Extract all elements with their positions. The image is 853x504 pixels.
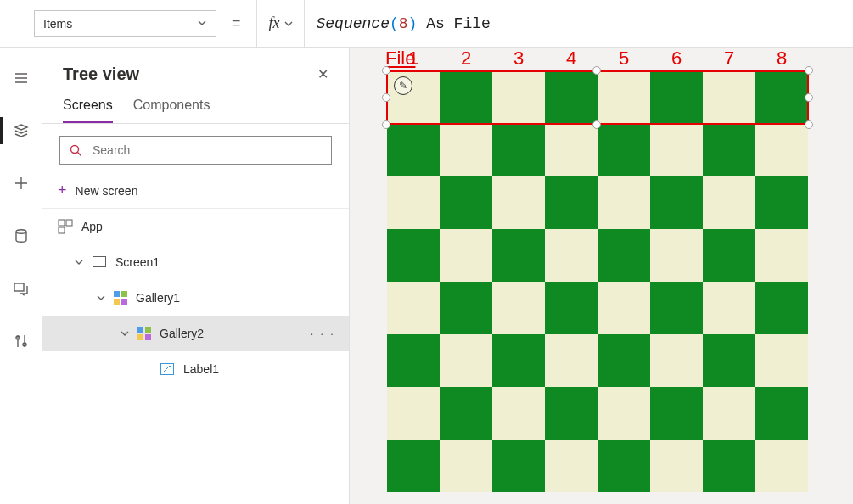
board-square [650, 229, 703, 282]
left-rail [0, 48, 42, 504]
selection-rectangle[interactable] [386, 70, 809, 125]
rail-hamburger[interactable] [0, 61, 42, 95]
board-square [598, 124, 650, 176]
resize-handle[interactable] [382, 66, 390, 75]
database-icon [13, 227, 30, 244]
tree-tabs: Screens Components [42, 91, 349, 124]
canvas[interactable]: File 12345678 ✎ [350, 48, 853, 504]
tree-item-screen1[interactable]: Screen1 [42, 244, 349, 280]
screen-icon [92, 255, 107, 270]
resize-handle[interactable] [592, 66, 601, 75]
board-square [755, 282, 808, 334]
board-square [650, 334, 703, 387]
gallery-icon [114, 291, 127, 305]
rail-tree-view[interactable] [0, 114, 42, 148]
board-square [545, 387, 598, 440]
formula-token-close: ) [408, 15, 418, 32]
close-icon[interactable]: ✕ [317, 66, 328, 82]
tools-icon [13, 333, 30, 350]
rail-tools[interactable] [0, 324, 42, 358]
resize-handle[interactable] [805, 93, 813, 102]
board-square [755, 440, 808, 492]
svg-point-2 [71, 146, 79, 154]
chevron-down-icon[interactable] [121, 327, 129, 340]
annotation-number: 6 [650, 48, 703, 70]
board-square [650, 124, 703, 176]
board-square [755, 387, 808, 440]
tree-item-label: Screen1 [115, 255, 160, 269]
board-square [387, 124, 440, 176]
search-box[interactable] [59, 136, 332, 165]
board-square [650, 387, 703, 440]
equals-icon: = [232, 14, 241, 32]
board-square [545, 229, 598, 282]
board-square [703, 282, 755, 334]
search-icon [69, 143, 82, 157]
chevron-down-icon[interactable] [97, 291, 105, 305]
more-icon[interactable]: · · · [311, 327, 335, 340]
formula-input[interactable]: Sequence(8) As File [305, 0, 853, 47]
board-square [387, 440, 440, 492]
chevron-down-icon[interactable] [75, 255, 83, 269]
board-square [650, 440, 703, 492]
tree-item-label: Gallery2 [160, 327, 204, 340]
formula-token-fn: Sequence [317, 15, 390, 32]
board-square [440, 229, 492, 282]
board-square [703, 387, 755, 440]
resize-handle[interactable] [805, 120, 813, 129]
board-square [492, 440, 545, 492]
board-square [492, 229, 545, 282]
svg-rect-6 [93, 257, 106, 267]
board-square [598, 176, 650, 229]
board-square [492, 176, 545, 229]
resize-handle[interactable] [592, 120, 601, 129]
app-icon [58, 219, 73, 234]
formula-token-num: 8 [399, 15, 408, 32]
search-input[interactable] [91, 143, 323, 158]
tree-item-label1[interactable]: Label1 [42, 351, 349, 387]
tree-item-app[interactable]: App [42, 209, 349, 244]
board-square [387, 229, 440, 282]
new-screen-button[interactable]: + New screen [42, 173, 349, 209]
annotation-number: 1 [387, 48, 440, 70]
resize-handle[interactable] [382, 120, 390, 129]
svg-point-0 [16, 230, 26, 233]
rail-media[interactable] [0, 272, 42, 305]
board-square [545, 282, 598, 334]
resize-handle[interactable] [382, 93, 390, 102]
svg-rect-4 [66, 220, 72, 226]
tab-components[interactable]: Components [133, 91, 210, 123]
tab-screens[interactable]: Screens [63, 91, 113, 123]
svg-rect-5 [59, 227, 65, 233]
svg-rect-3 [59, 220, 65, 226]
property-dropdown-label: Items [43, 17, 72, 31]
board-square [598, 229, 650, 282]
board-square [598, 440, 650, 492]
rail-insert[interactable] [0, 166, 42, 200]
board-square [755, 334, 808, 387]
board-square [755, 176, 808, 229]
board-square [755, 229, 808, 282]
board-square [440, 387, 492, 440]
formula-bar: Items = fx Sequence(8) As File [0, 0, 853, 48]
board-square [545, 440, 598, 492]
board-square [650, 282, 703, 334]
board-square [440, 334, 492, 387]
fx-label: fx [269, 14, 280, 32]
chessboard [387, 71, 808, 492]
fx-dropdown[interactable]: fx [256, 0, 305, 47]
board-square [545, 176, 598, 229]
annotation-number: 3 [492, 48, 545, 70]
rail-data[interactable] [0, 219, 42, 253]
property-dropdown[interactable]: Items [34, 10, 216, 37]
board-square [703, 334, 755, 387]
board-square [598, 334, 650, 387]
tree-item-gallery2[interactable]: Gallery2 · · · [42, 316, 349, 351]
tree-item-gallery1[interactable]: Gallery1 [42, 280, 349, 316]
gallery-icon [137, 327, 151, 340]
chevron-down-icon [197, 17, 207, 31]
annotation-number: 4 [545, 48, 598, 70]
resize-handle[interactable] [805, 66, 813, 75]
edit-pencil-icon[interactable]: ✎ [394, 76, 412, 95]
board-square [545, 334, 598, 387]
